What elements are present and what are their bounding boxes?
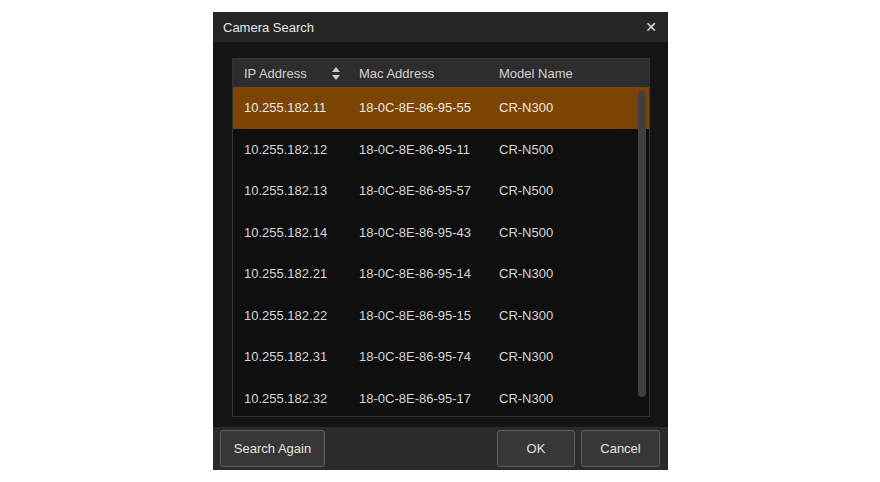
close-icon[interactable]: ✕ <box>634 12 668 42</box>
scrollbar-thumb[interactable] <box>638 91 646 397</box>
cancel-button[interactable]: Cancel <box>581 430 660 467</box>
search-again-button[interactable]: Search Again <box>220 430 325 467</box>
cell-mac: 18-0C-8E-86-95-11 <box>348 142 488 157</box>
cell-model: CR-N300 <box>488 391 649 406</box>
cell-mac: 18-0C-8E-86-95-57 <box>348 183 488 198</box>
sort-updown-icon[interactable] <box>332 67 340 80</box>
table-row[interactable]: 10.255.182.31 18-0C-8E-86-95-74 CR-N300 <box>233 336 649 378</box>
cell-model: CR-N300 <box>488 100 649 115</box>
cell-model: CR-N300 <box>488 308 649 323</box>
cell-ip: 10.255.182.14 <box>233 225 348 240</box>
cell-model: CR-N500 <box>488 142 649 157</box>
dialog-footer: Search Again OK Cancel <box>213 427 668 470</box>
column-header-mac-label: Mac Address <box>359 66 434 81</box>
cell-model: CR-N500 <box>488 225 649 240</box>
table-row[interactable]: 10.255.182.14 18-0C-8E-86-95-43 CR-N500 <box>233 212 649 254</box>
ok-button[interactable]: OK <box>497 430 575 467</box>
cell-mac: 18-0C-8E-86-95-14 <box>348 266 488 281</box>
column-header-ip[interactable]: IP Address <box>233 59 348 87</box>
table-row[interactable]: 10.255.182.12 18-0C-8E-86-95-11 CR-N500 <box>233 129 649 171</box>
cell-mac: 18-0C-8E-86-95-15 <box>348 308 488 323</box>
column-header-ip-label: IP Address <box>244 66 307 81</box>
camera-search-dialog: Camera Search ✕ IP Address Mac Address M… <box>213 12 668 470</box>
table-row[interactable]: 10.255.182.13 18-0C-8E-86-95-57 CR-N500 <box>233 170 649 212</box>
cell-model: CR-N500 <box>488 183 649 198</box>
column-header-model-label: Model Name <box>499 66 573 81</box>
cell-ip: 10.255.182.13 <box>233 183 348 198</box>
cell-ip: 10.255.182.31 <box>233 349 348 364</box>
camera-table: IP Address Mac Address Model Name 10.255… <box>232 58 650 417</box>
dialog-title: Camera Search <box>213 20 314 35</box>
cell-ip: 10.255.182.12 <box>233 142 348 157</box>
cell-mac: 18-0C-8E-86-95-17 <box>348 391 488 406</box>
scrollbar-track[interactable] <box>637 87 649 417</box>
cell-ip: 10.255.182.22 <box>233 308 348 323</box>
table-body: 10.255.182.11 18-0C-8E-86-95-55 CR-N300 … <box>233 87 649 417</box>
cell-ip: 10.255.182.11 <box>233 100 348 115</box>
cell-model: CR-N300 <box>488 266 649 281</box>
column-header-model[interactable]: Model Name <box>488 59 649 87</box>
table-row[interactable]: 10.255.182.21 18-0C-8E-86-95-14 CR-N300 <box>233 253 649 295</box>
cell-ip: 10.255.182.32 <box>233 391 348 406</box>
table-row[interactable]: 10.255.182.32 18-0C-8E-86-95-17 CR-N300 <box>233 378 649 418</box>
table-header-row: IP Address Mac Address Model Name <box>233 59 649 87</box>
cell-model: CR-N300 <box>488 349 649 364</box>
cell-mac: 18-0C-8E-86-95-55 <box>348 100 488 115</box>
table-row[interactable]: 10.255.182.11 18-0C-8E-86-95-55 CR-N300 <box>233 87 649 129</box>
column-header-mac[interactable]: Mac Address <box>348 59 488 87</box>
dialog-titlebar: Camera Search ✕ <box>213 12 668 42</box>
table-row[interactable]: 10.255.182.22 18-0C-8E-86-95-15 CR-N300 <box>233 295 649 337</box>
cell-mac: 18-0C-8E-86-95-74 <box>348 349 488 364</box>
cell-mac: 18-0C-8E-86-95-43 <box>348 225 488 240</box>
cell-ip: 10.255.182.21 <box>233 266 348 281</box>
